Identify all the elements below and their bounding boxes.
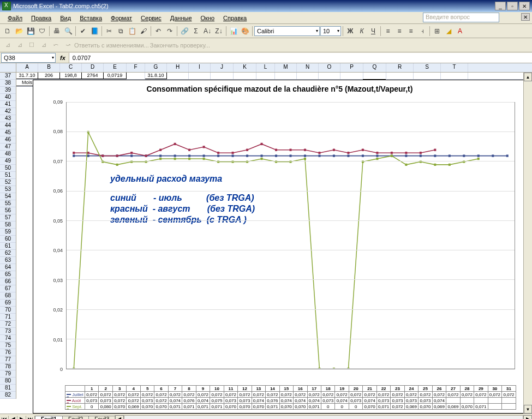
row-headers[interactable]: 3738394041424344454647484950515253545556… xyxy=(0,73,16,399)
minimize-button[interactable]: _ xyxy=(495,2,506,10)
hyperlink-icon[interactable]: 🔗 xyxy=(179,26,190,37)
redo-icon[interactable]: ↷ xyxy=(164,26,175,37)
underline-button[interactable]: Ч xyxy=(368,26,379,37)
sheet-tab-3[interactable]: Feuil3 xyxy=(88,416,115,420)
select-all-corner[interactable] xyxy=(0,63,16,73)
tab-nav-prev[interactable]: ◀ xyxy=(9,416,17,419)
sort-asc-icon[interactable]: A↓ xyxy=(202,26,213,37)
review-icon-1[interactable]: ⊿ xyxy=(2,40,13,51)
vertical-scrollbar[interactable]: ▲ ▼ xyxy=(523,73,532,414)
svg-rect-39 xyxy=(188,149,190,151)
menu-view[interactable]: Вид xyxy=(56,14,75,22)
legend-line-3: зеленый - сентябрь (c TRGA ) xyxy=(110,214,247,225)
svg-rect-85 xyxy=(477,158,480,160)
align-right-icon[interactable]: ≡ xyxy=(405,26,416,37)
tab-nav-next[interactable]: ▶ xyxy=(17,416,26,419)
svg-rect-45 xyxy=(275,149,277,151)
scroll-right-button[interactable]: ▶ xyxy=(523,415,532,420)
formula-input[interactable]: 0.0707 xyxy=(69,53,532,63)
svg-rect-11 xyxy=(232,154,234,157)
menu-help[interactable]: Справка xyxy=(219,14,251,22)
menu-data[interactable]: Данные xyxy=(166,14,196,22)
svg-rect-24 xyxy=(420,154,422,157)
horizontal-scrollbar[interactable]: ◀ ▶ xyxy=(115,415,532,420)
review-icon-3[interactable]: ☐ xyxy=(26,40,37,51)
review-icon-5[interactable]: ⤺ xyxy=(50,40,61,51)
cut-icon[interactable]: ✂ xyxy=(104,26,115,37)
scroll-down-button[interactable]: ▼ xyxy=(524,405,532,414)
svg-rect-79 xyxy=(391,154,393,157)
svg-rect-31 xyxy=(73,152,75,154)
font-size-combo[interactable]: 10 xyxy=(320,26,341,36)
sheet-tab-2[interactable]: Feuil2 xyxy=(62,416,89,420)
svg-rect-64 xyxy=(174,158,176,160)
italic-button[interactable]: К xyxy=(356,26,367,37)
align-left-icon[interactable]: ≡ xyxy=(382,26,393,37)
scroll-left-button[interactable]: ◀ xyxy=(115,415,124,420)
review-icon-6[interactable]: ⤻ xyxy=(62,40,73,51)
borders-icon[interactable]: ⊞ xyxy=(432,26,443,37)
font-name-combo[interactable]: Calibri xyxy=(254,26,320,36)
sort-desc-icon[interactable]: Z↓ xyxy=(213,26,224,37)
svg-rect-18 xyxy=(333,154,335,157)
align-center-icon[interactable]: ≡ xyxy=(394,26,405,37)
bold-button[interactable]: Ж xyxy=(345,26,356,37)
name-box[interactable]: Q38 xyxy=(1,53,56,63)
svg-rect-50 xyxy=(347,152,349,154)
close-workbook-button[interactable]: ✕ xyxy=(521,13,530,21)
menu-tools[interactable]: Сервис xyxy=(136,14,166,22)
svg-rect-0 xyxy=(73,154,75,157)
chart-title: Consommation spécifique mazout de la cha… xyxy=(33,80,526,98)
sheet-tab-1[interactable]: Feuil1 xyxy=(35,416,63,420)
svg-rect-4 xyxy=(130,154,133,157)
paste-icon[interactable]: 📋 xyxy=(127,26,138,37)
menu-format[interactable]: Формат xyxy=(106,14,136,22)
preview-icon[interactable]: 🔍 xyxy=(63,26,74,37)
svg-rect-30 xyxy=(506,154,509,157)
undo-icon[interactable]: ↶ xyxy=(153,26,164,37)
column-headers[interactable]: ABCDEFGHIJKLMNOPQRST xyxy=(16,63,532,73)
review-icon-2[interactable]: ⊿ xyxy=(14,40,25,51)
font-color-icon[interactable]: A xyxy=(455,26,465,37)
titlebar: Microsoft Excel - Tabl2.comp.ch5(2) _ ▫ … xyxy=(0,0,532,12)
menu-file[interactable]: Файл xyxy=(3,14,27,22)
embedded-chart[interactable]: Consommation spécifique mazout de la cha… xyxy=(33,80,527,414)
open-icon[interactable]: 📂 xyxy=(14,26,25,37)
worksheet[interactable]: 3738394041424344454647484950515253545556… xyxy=(0,63,532,414)
svg-rect-25 xyxy=(434,154,436,157)
svg-rect-78 xyxy=(376,158,378,160)
new-icon[interactable]: 🗋 xyxy=(2,26,13,37)
close-button[interactable]: ✕ xyxy=(519,2,530,10)
chart-series xyxy=(67,103,515,369)
tab-nav-first[interactable]: ⏮ xyxy=(0,416,9,419)
menu-edit[interactable]: Правка xyxy=(27,14,56,22)
legend-title: удельный расход мазута xyxy=(110,173,222,184)
research-icon[interactable]: 📘 xyxy=(89,26,100,37)
drawing-icon[interactable]: 🎨 xyxy=(240,26,250,37)
menu-insert[interactable]: Вставка xyxy=(75,14,106,22)
help-search-input[interactable]: Введите вопрос xyxy=(423,13,499,22)
chart-icon[interactable]: 📊 xyxy=(228,26,239,37)
merge-icon[interactable]: ⫞ xyxy=(417,26,428,37)
review-icon-4[interactable]: ⊿ xyxy=(38,40,49,51)
spell-icon[interactable]: ✔ xyxy=(77,26,88,37)
svg-rect-60 xyxy=(116,164,118,166)
fill-color-icon[interactable]: ◢ xyxy=(443,26,454,37)
tab-nav-last[interactable]: ⏭ xyxy=(26,416,35,419)
print-icon[interactable]: 🖶 xyxy=(51,26,62,37)
sum-icon[interactable]: Σ xyxy=(190,26,201,37)
copy-icon[interactable]: ⧉ xyxy=(115,26,126,37)
svg-rect-14 xyxy=(275,154,277,157)
scroll-up-button[interactable]: ▲ xyxy=(524,73,532,81)
restore-button[interactable]: ▫ xyxy=(507,2,518,10)
menubar: Файл Правка Вид Вставка Формат Сервис Да… xyxy=(0,12,532,24)
fx-label[interactable]: fx xyxy=(57,55,69,61)
svg-rect-10 xyxy=(217,154,219,157)
format-painter-icon[interactable]: 🖌 xyxy=(138,26,149,37)
legend-line-1: синий - июль (без TRGA) xyxy=(110,193,254,203)
svg-rect-46 xyxy=(289,149,291,151)
save-icon[interactable]: 💾 xyxy=(25,26,36,37)
permission-icon[interactable]: 🛡 xyxy=(37,26,47,37)
menu-window[interactable]: Окно xyxy=(196,14,219,22)
svg-rect-27 xyxy=(463,154,465,157)
